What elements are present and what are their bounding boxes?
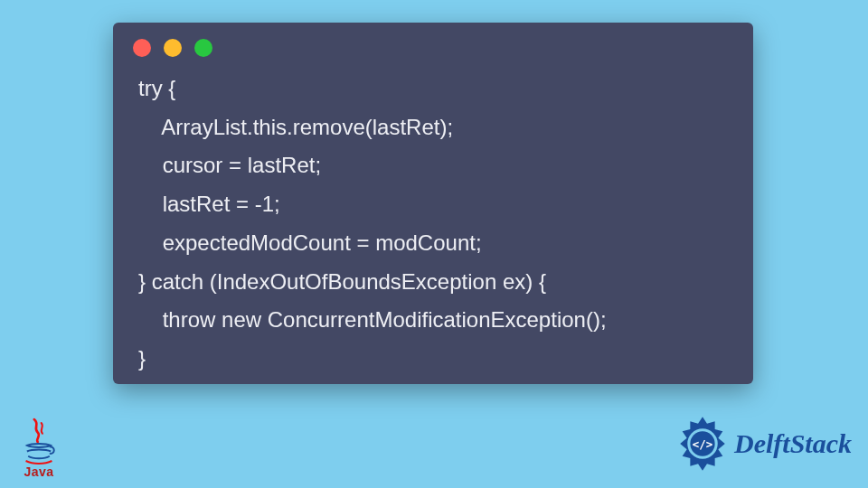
delftstack-logo-label: DelftStack — [734, 428, 852, 459]
svg-text:</>: </> — [693, 437, 712, 451]
java-logo: Java — [16, 416, 61, 479]
traffic-lights — [113, 23, 753, 62]
delftstack-logo: </> DelftStack — [675, 416, 852, 472]
java-cup-icon — [20, 416, 58, 468]
traffic-light-yellow-icon — [164, 39, 182, 57]
delftstack-emblem-icon: </> — [675, 416, 731, 472]
traffic-light-red-icon — [133, 39, 151, 57]
java-logo-label: Java — [24, 465, 53, 479]
code-window: try { ArrayList.this.remove(lastRet); cu… — [113, 23, 753, 384]
code-block: try { ArrayList.this.remove(lastRet); cu… — [113, 62, 753, 397]
traffic-light-green-icon — [194, 39, 212, 57]
